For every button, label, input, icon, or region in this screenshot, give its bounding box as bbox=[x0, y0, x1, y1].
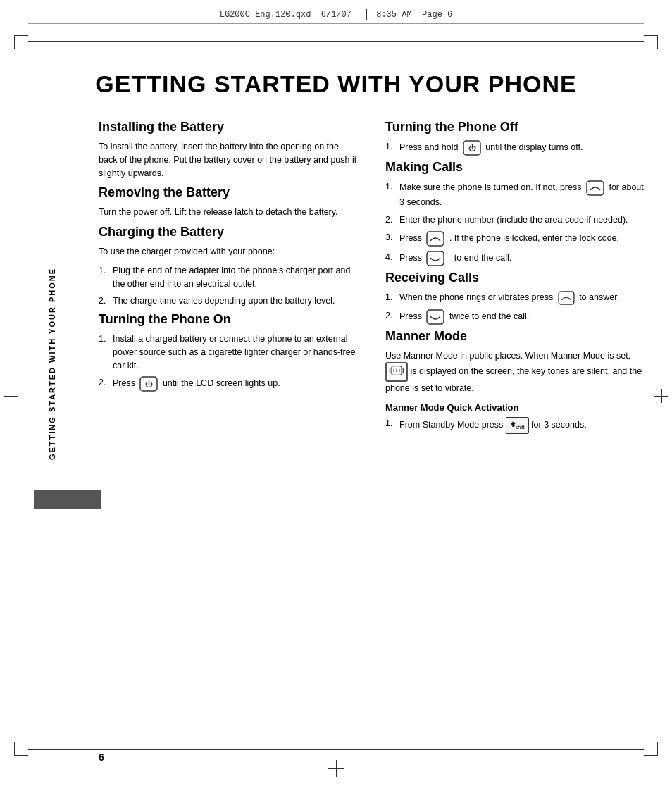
end-button-icon bbox=[426, 251, 444, 266]
heading-charging-battery: Charging the Battery bbox=[99, 225, 357, 239]
left-column: Installing the Battery To install the ba… bbox=[99, 120, 357, 438]
svg-rect-8 bbox=[427, 310, 444, 324]
svg-rect-4 bbox=[587, 181, 604, 195]
header-bar: LG200C_Eng.120.qxd 6/1/07 8:35 AM Page 6 bbox=[28, 6, 644, 24]
list-item: 4. Press to end the call. bbox=[385, 251, 644, 266]
header-date: 6/1/07 bbox=[321, 10, 351, 20]
power-button-icon: ⏻ bbox=[139, 376, 158, 392]
section-manner-mode: Manner Mode Use Manner Mode in public pl… bbox=[385, 329, 644, 434]
end-button-icon-2 bbox=[426, 309, 444, 325]
heading-turning-on: Turning the Phone On bbox=[99, 312, 357, 327]
manner-mode-quick-label: Manner Mode Quick Activation bbox=[385, 402, 644, 413]
two-column-layout: Installing the Battery To install the ba… bbox=[99, 120, 644, 438]
heading-receiving-calls: Receiving Calls bbox=[385, 270, 644, 285]
send-button-icon bbox=[586, 180, 604, 196]
manner-mode-list: 1. From Standby Mode press ✱shift for 3 … bbox=[385, 417, 644, 434]
page-number: 6 bbox=[99, 752, 104, 763]
charging-list: 1. Plug the end of the adapter into the … bbox=[99, 264, 357, 308]
header-filename: LG200C_Eng.120.qxd bbox=[220, 10, 311, 20]
svg-rect-6 bbox=[427, 251, 444, 266]
section-charging-battery: Charging the Battery To use the charger … bbox=[99, 225, 357, 308]
svg-rect-5 bbox=[427, 232, 444, 246]
text-removing-battery: Turn the power off. Lift the release lat… bbox=[99, 206, 357, 219]
star-shift-icon: ✱shift bbox=[506, 417, 529, 434]
heading-making-calls: Making Calls bbox=[385, 160, 644, 175]
sidebar-vertical-text: GETTING STARTED WITH YOUR PHONE bbox=[42, 268, 62, 493]
left-crosshair bbox=[4, 389, 18, 403]
svg-text:⏻: ⏻ bbox=[145, 380, 153, 388]
list-item: 2. Enter the phone number (include the a… bbox=[385, 213, 644, 227]
corner-mark-tr bbox=[644, 35, 658, 49]
section-turning-on: Turning the Phone On 1. Install a charge… bbox=[99, 312, 357, 392]
section-removing-battery: Removing the Battery Turn the power off.… bbox=[99, 185, 357, 219]
list-item: 1. Plug the end of the adapter into the … bbox=[99, 264, 357, 291]
list-item: 1. From Standby Mode press ✱shift for 3 … bbox=[385, 417, 644, 434]
list-item: 2. The charge time varies depending upon… bbox=[99, 294, 357, 308]
receiving-calls-list: 1. When the phone rings or vibrates pres… bbox=[385, 291, 644, 325]
heading-manner-mode: Manner Mode bbox=[385, 329, 644, 344]
svg-rect-7 bbox=[559, 291, 574, 304]
turning-on-list: 1. Install a charged battery or connect … bbox=[99, 332, 357, 392]
list-item: 3. Press . If the phone is locked, enter… bbox=[385, 231, 644, 247]
top-line bbox=[28, 41, 644, 42]
list-item: 2. Press ⏻ until the LCD screen lights u… bbox=[99, 376, 357, 392]
list-item: 1. Make sure the phone is turned on. If … bbox=[385, 180, 644, 209]
turning-off-list: 1. Press and hold ⏻ until the display tu… bbox=[385, 140, 644, 156]
sidebar-highlight-bar bbox=[34, 490, 101, 509]
text-charging-battery: To use the charger provided with your ph… bbox=[99, 245, 357, 259]
header-time: 8:35 AM bbox=[376, 10, 411, 20]
text-manner-mode: Use Manner Mode in public places. When M… bbox=[385, 349, 644, 396]
making-calls-list: 1. Make sure the phone is turned on. If … bbox=[385, 180, 644, 266]
corner-mark-br bbox=[644, 742, 658, 756]
corner-mark-bl bbox=[14, 742, 28, 756]
heading-turning-off: Turning the Phone Off bbox=[385, 120, 644, 135]
bottom-line bbox=[28, 749, 644, 750]
heading-removing-battery: Removing the Battery bbox=[99, 185, 357, 200]
header-crosshair bbox=[361, 9, 372, 20]
section-receiving-calls: Receiving Calls 1. When the phone rings … bbox=[385, 270, 644, 325]
header-page: Page 6 bbox=[422, 10, 452, 20]
text-installing-battery: To install the battery, insert the batte… bbox=[99, 140, 357, 180]
send-button-icon-2 bbox=[426, 231, 444, 247]
right-column: Turning the Phone Off 1. Press and hold … bbox=[385, 120, 644, 438]
power-button-icon-2: ⏻ bbox=[463, 140, 481, 156]
send-button-icon-3 bbox=[558, 291, 575, 305]
list-item: 1. Press and hold ⏻ until the display tu… bbox=[385, 140, 644, 156]
list-item: 1. Install a charged battery or connect … bbox=[99, 332, 357, 372]
heading-installing-battery: Installing the Battery bbox=[99, 120, 357, 135]
section-making-calls: Making Calls 1. Make sure the phone is t… bbox=[385, 160, 644, 266]
right-crosshair bbox=[654, 389, 668, 403]
svg-text:⏻: ⏻ bbox=[468, 144, 475, 152]
vibrate-icon bbox=[385, 362, 408, 382]
content-area: Installing the Battery To install the ba… bbox=[99, 120, 644, 735]
corner-mark-tl bbox=[14, 35, 28, 49]
section-turning-off: Turning the Phone Off 1. Press and hold … bbox=[385, 120, 644, 156]
page-title: GETTING STARTED WITH YOUR PHONE bbox=[0, 70, 672, 98]
bottom-crosshair bbox=[328, 760, 344, 777]
list-item: 2. Press twice to end the call. bbox=[385, 309, 644, 325]
list-item: 1. When the phone rings or vibrates pres… bbox=[385, 291, 644, 305]
section-installing-battery: Installing the Battery To install the ba… bbox=[99, 120, 357, 180]
